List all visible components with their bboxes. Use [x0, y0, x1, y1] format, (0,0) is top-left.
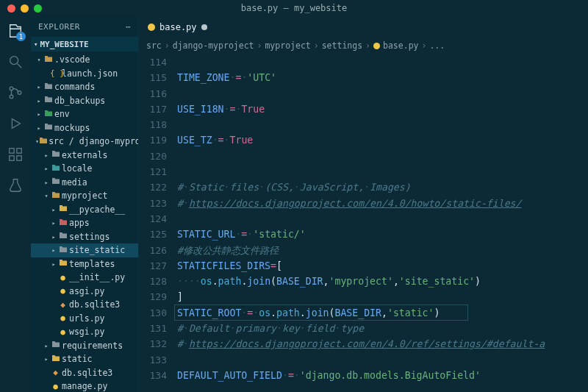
tree-item[interactable]: ▸static: [31, 352, 138, 366]
line-number: 131: [139, 321, 167, 336]
tree-item[interactable]: ▾myproject: [31, 189, 138, 203]
code-line[interactable]: #修改公共静态文件路径: [177, 243, 588, 258]
chevron-right-icon[interactable]: ▸: [35, 110, 43, 118]
tree-item[interactable]: ▸◆db.sqlite3: [31, 366, 138, 380]
code-line[interactable]: #·Default·primary·key·field·type: [177, 321, 588, 336]
chevron-right-icon[interactable]: ▸: [43, 355, 50, 363]
chevron-right-icon[interactable]: ▸: [43, 152, 50, 159]
sidebar: EXPLORER ⋯ ▾ MY_WEBSITE ▾.vscode▸{ }laun…: [31, 16, 139, 392]
breadcrumb-item[interactable]: myproject: [265, 40, 310, 51]
maximize-window-icon[interactable]: [34, 4, 42, 13]
chevron-right-icon[interactable]: ▸: [43, 342, 50, 349]
folder-icon: [39, 137, 48, 146]
chevron-right-icon[interactable]: ▸: [35, 83, 43, 90]
tree-item[interactable]: ▾src / django-myproject: [31, 135, 138, 149]
tree-item[interactable]: ▾.vscode: [31, 53, 138, 67]
code-line[interactable]: #·https://docs.djangoproject.com/en/4.0/…: [177, 196, 588, 211]
run-debug-icon[interactable]: [7, 115, 24, 132]
code-content[interactable]: TIME_ZONE·=·'UTC' USE_I18N·=·True USE_TZ…: [177, 53, 588, 392]
tree-item[interactable]: ▸●manage.py: [31, 379, 138, 392]
minimize-window-icon[interactable]: [21, 4, 29, 13]
code-line[interactable]: [177, 86, 588, 101]
tree-item[interactable]: ▸●wsgi.py: [31, 325, 138, 339]
tree-item[interactable]: ▸__pycache__: [31, 203, 138, 217]
chevron-right-icon[interactable]: ▸: [50, 233, 57, 240]
svg-rect-9: [17, 156, 21, 160]
tree-item[interactable]: ▸◆db.sqlite3: [31, 298, 138, 312]
tree-item[interactable]: ▸env: [31, 107, 138, 121]
tree-item-label: db.sqlite3: [62, 368, 112, 378]
chevron-right-icon[interactable]: ▸: [35, 97, 43, 104]
breadcrumb-item[interactable]: base.py: [383, 40, 418, 51]
chevron-right-icon[interactable]: ▸: [35, 124, 43, 132]
activity-bar: 1: [0, 16, 31, 392]
tree-item[interactable]: ▸apps: [31, 216, 138, 230]
search-icon[interactable]: [7, 53, 24, 71]
ellipsis-icon[interactable]: ⋯: [126, 22, 131, 32]
folder-icon: [57, 246, 68, 255]
code-line[interactable]: STATIC_ROOT·=·os.path.join(BASE_DIR,'sta…: [177, 305, 588, 321]
tree-item[interactable]: ▸externals: [31, 149, 138, 163]
code-line[interactable]: DEFAULT_AUTO_FIELD·=·'django.db.models.B…: [177, 368, 588, 383]
code-line[interactable]: #·Static·files·(CSS,·JavaScript,·Images): [177, 179, 588, 195]
extensions-icon[interactable]: [7, 146, 24, 163]
line-number: 120: [139, 149, 167, 164]
code-line[interactable]: ]: [177, 289, 588, 304]
code-line[interactable]: [177, 54, 588, 70]
chevron-down-icon[interactable]: ▾: [35, 56, 43, 63]
tree-item-label: site_static: [69, 245, 125, 255]
tree-item[interactable]: ▸●__init__.py: [31, 271, 138, 285]
chevron-right-icon[interactable]: ▸: [50, 246, 57, 254]
code-line[interactable]: ····os.path.join(BASE_DIR,'myproject','s…: [177, 274, 588, 289]
breadcrumb-item[interactable]: ...: [429, 40, 445, 51]
testing-icon[interactable]: [7, 177, 24, 194]
chevron-right-icon[interactable]: ▸: [43, 165, 50, 172]
breadcrumb-item[interactable]: settings: [322, 40, 362, 51]
folder-icon: [50, 191, 61, 201]
chevron-down-icon[interactable]: ▾: [43, 192, 50, 199]
code-editor[interactable]: 1141151161171181191201211221231241251261…: [139, 53, 588, 392]
tree-item[interactable]: ▸db_backups: [31, 94, 138, 108]
chevron-right-icon[interactable]: ▸: [50, 219, 57, 227]
breadcrumb-item[interactable]: django-myproject: [173, 40, 254, 51]
explorer-icon[interactable]: 1: [7, 22, 24, 40]
code-line[interactable]: [177, 352, 588, 368]
code-line[interactable]: STATIC_URL·=·'static/': [177, 227, 588, 242]
code-line[interactable]: STATICFILES_DIRS=[: [177, 258, 588, 274]
svg-line-1: [18, 64, 22, 68]
code-line[interactable]: [177, 117, 588, 132]
breadcrumb-item[interactable]: src: [146, 40, 162, 51]
tree-item[interactable]: ▸settings: [31, 230, 138, 244]
tree-item-label: settings: [69, 232, 110, 242]
tree-item-label: mockups: [54, 123, 90, 133]
tree-item[interactable]: ▸●urls.py: [31, 312, 138, 326]
tree-item[interactable]: ▸templates: [31, 257, 138, 271]
tree-item[interactable]: ▸requirements: [31, 339, 138, 353]
chevron-right-icon[interactable]: ▸: [50, 206, 57, 213]
tree-item[interactable]: ▸media: [31, 176, 138, 190]
code-line[interactable]: [177, 211, 588, 227]
close-window-icon[interactable]: [7, 4, 15, 13]
code-line[interactable]: USE_I18N·=·True: [177, 101, 588, 117]
file-tree[interactable]: ▾.vscode▸{ }launch.json▸commands▸db_back…: [31, 51, 138, 392]
tree-item[interactable]: ▸mockups: [31, 121, 138, 135]
code-line[interactable]: USE_TZ·=·True: [177, 132, 588, 148]
sidebar-section[interactable]: ▾ MY_WEBSITE: [31, 37, 138, 51]
tree-item[interactable]: ▸site_static: [31, 243, 138, 257]
chevron-right-icon[interactable]: ▸: [43, 179, 50, 186]
tree-item-label: db_backups: [54, 96, 105, 106]
tree-item[interactable]: ▸locale: [31, 162, 138, 176]
tree-item-label: commands: [54, 82, 95, 92]
tree-item[interactable]: ▸commands: [31, 80, 138, 94]
source-control-icon[interactable]: [7, 84, 24, 101]
code-line[interactable]: #·https://docs.djangoproject.com/en/4.0/…: [177, 336, 588, 352]
code-line[interactable]: [177, 149, 588, 164]
line-number: 118: [139, 117, 167, 132]
tab-base-py[interactable]: base.py: [139, 16, 216, 38]
tree-item[interactable]: ▸{ }launch.json: [31, 67, 138, 81]
code-line[interactable]: TIME_ZONE·=·'UTC': [177, 70, 588, 85]
tree-item[interactable]: ▸●asgi.py: [31, 285, 138, 299]
chevron-right-icon[interactable]: ▸: [50, 260, 57, 268]
code-line[interactable]: [177, 164, 588, 179]
breadcrumbs[interactable]: src›django-myproject›myproject›settings›…: [139, 38, 588, 53]
